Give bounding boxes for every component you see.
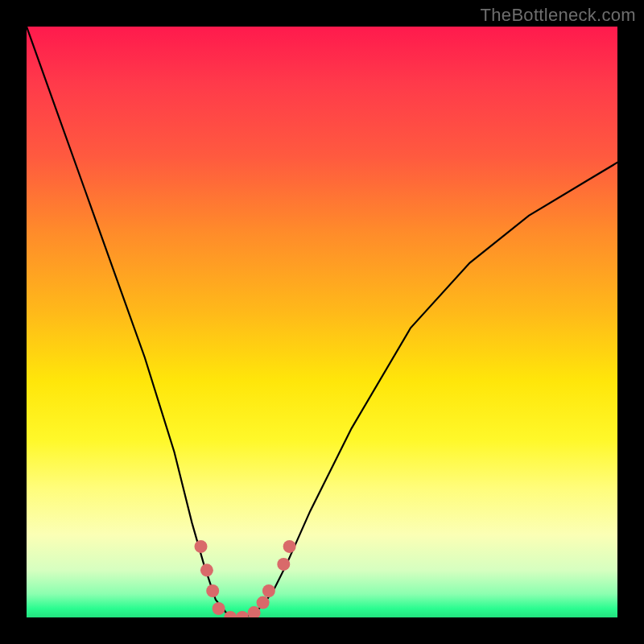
highlight-dot	[213, 602, 225, 615]
plot-area	[27, 27, 617, 617]
chart-svg	[27, 27, 617, 617]
highlight-dot	[283, 540, 296, 553]
highlight-dot	[206, 584, 219, 597]
highlight-dot	[277, 558, 290, 571]
highlight-dot	[262, 584, 275, 597]
highlight-dot	[257, 597, 270, 609]
highlight-dot	[195, 540, 208, 553]
chart-frame: TheBottleneck.com	[0, 0, 644, 644]
highlight-dot	[236, 611, 249, 617]
highlight-dot	[200, 564, 213, 576]
highlight-dots	[195, 540, 296, 617]
bottleneck-curve	[27, 27, 617, 617]
watermark-text: TheBottleneck.com	[481, 5, 636, 26]
